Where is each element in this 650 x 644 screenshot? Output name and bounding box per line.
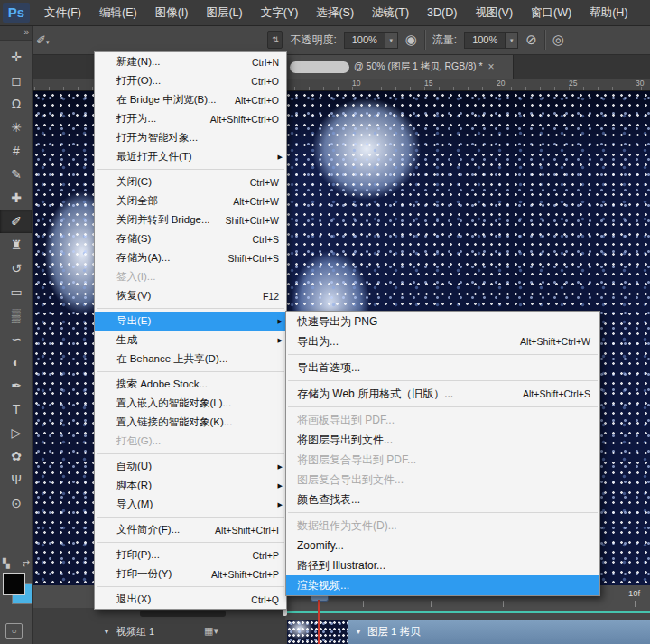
brush-preset-icon[interactable]: ✐▾ [36, 33, 49, 47]
export-submenu-item-4-1[interactable]: Zoomify... [286, 536, 599, 555]
timeline-scrollbar[interactable] [140, 611, 226, 617]
file-menu-item-5-0[interactable]: 文件简介(F)...Alt+Shift+Ctrl+I [95, 520, 286, 539]
file-menu-item-0-2[interactable]: 在 Bridge 中浏览(B)...Alt+Ctrl+O [95, 90, 286, 109]
file-menu-item-1-3[interactable]: 存储(S)Ctrl+S [95, 229, 286, 248]
menubar-item-10[interactable]: 窗口(W) [522, 0, 580, 25]
file-menu-item-7-0[interactable]: 退出(X)Ctrl+Q [95, 590, 286, 609]
swap-colors-icon[interactable]: ⇄ [23, 558, 30, 568]
timeline-layer-bar[interactable]: ▼ 图层 1 拷贝 [348, 620, 650, 644]
flow-field[interactable]: 100% ▾ [464, 32, 518, 49]
file-menu-item-1-2[interactable]: 关闭并转到 Bridge...Shift+Ctrl+W [95, 210, 286, 229]
file-menu-item-shortcut: Shift+Ctrl+W [216, 215, 279, 226]
file-menu-item-label: 关闭(C) [116, 175, 152, 189]
airbrush-icon[interactable]: ⊘ [525, 32, 537, 48]
export-submenu: 快速导出为 PNG导出为...Alt+Shift+Ctrl+W导出首选项...存… [285, 311, 600, 596]
file-menu-item-0-1[interactable]: 打开(O)...Ctrl+O [95, 71, 286, 90]
menubar-item-3[interactable]: 图像(I) [146, 0, 198, 25]
opacity-field[interactable]: 100% ▾ [344, 32, 398, 49]
zoom-tool-icon[interactable]: ⊙ [0, 491, 32, 515]
file-menu-item-0-3[interactable]: 打开为...Alt+Shift+Ctrl+O [95, 109, 286, 128]
video-group-row[interactable]: ▼ 视频组 1 [103, 625, 154, 639]
export-submenu-item-4-3[interactable]: 渲染视频... [286, 575, 599, 595]
smudge-tool-icon[interactable]: ∽ [0, 327, 32, 350]
file-menu-item-6-0[interactable]: 打印(P)...Ctrl+P [95, 546, 286, 565]
file-menu-item-0-0[interactable]: 新建(N)...Ctrl+N [95, 52, 286, 71]
export-submenu-item-shortcut: Alt+Shift+Ctrl+S [514, 388, 590, 399]
crop-tool-icon[interactable]: # [0, 139, 32, 163]
clone-stamp-tool-icon[interactable]: ♜ [0, 233, 32, 257]
magic-wand-tool-icon[interactable]: ✳ [0, 116, 32, 139]
custom-shape-tool-icon[interactable]: ✿ [0, 444, 32, 468]
group-expand-icon[interactable]: ▼ [103, 628, 110, 636]
export-submenu-item-label: 将图层复合导出到 PDF... [297, 453, 416, 468]
file-menu-item-2-2[interactable]: 在 Behance 上共享(D)... [95, 350, 286, 369]
export-submenu-item-label: 快速导出为 PNG [297, 314, 377, 330]
eyedropper-tool-icon[interactable]: ✎ [0, 163, 32, 186]
export-submenu-item-0-0[interactable]: 快速导出为 PNG [286, 312, 599, 331]
file-menu-item-1-0[interactable]: 关闭(C)Ctrl+W [95, 173, 286, 191]
tab-close-icon[interactable]: × [488, 61, 495, 73]
pressure-opacity-icon[interactable]: ◉ [405, 32, 417, 48]
menubar-item-7[interactable]: 滤镜(T) [363, 0, 418, 25]
pressure-size-icon[interactable]: ◎ [552, 32, 564, 48]
export-submenu-item-1-0[interactable]: 导出首选项... [286, 358, 599, 378]
file-menu-item-label: 生成 [116, 333, 137, 347]
export-submenu-item-3-4[interactable]: 颜色查找表... [286, 490, 599, 509]
menubar-item-9[interactable]: 视图(V) [466, 0, 522, 25]
pen-tool-icon[interactable]: ✒ [0, 374, 32, 397]
file-menu-item-0-5[interactable]: 最近打开文件(T)▶ [95, 147, 286, 166]
dodge-tool-icon[interactable]: ◐ [0, 350, 32, 374]
export-submenu-item-3-0: 将画板导出到 PDF... [286, 410, 599, 430]
menubar-item-11[interactable]: 帮助(H) [580, 0, 636, 25]
history-brush-tool-icon[interactable]: ↺ [0, 257, 32, 280]
healing-brush-tool-icon[interactable]: ✚ [0, 186, 32, 210]
file-menu-item-1-6[interactable]: 恢复(V)F12 [95, 286, 286, 305]
file-menu-item-2-0[interactable]: 导出(E)▶ [95, 312, 286, 331]
move-tool-icon[interactable]: ✛ [0, 45, 32, 69]
marquee-tool-icon[interactable]: ◻ [0, 69, 32, 92]
flow-dropdown-icon[interactable]: ▾ [506, 32, 518, 49]
opacity-dropdown-icon[interactable]: ▾ [385, 32, 398, 49]
file-menu-item-label: 文件简介(F)... [116, 523, 180, 537]
type-tool-icon[interactable]: T [0, 397, 32, 421]
eraser-tool-icon[interactable]: ▭ [0, 280, 32, 303]
menubar-item-1[interactable]: 文件(F) [35, 0, 90, 25]
file-menu-item-3-0[interactable]: 搜索 Adobe Stock... [95, 375, 286, 394]
foreground-color-swatch[interactable] [3, 573, 25, 595]
brush-tool-icon[interactable]: ✐ [0, 210, 32, 233]
export-submenu-item-0-1[interactable]: 导出为...Alt+Shift+Ctrl+W [286, 331, 599, 351]
film-track-icon[interactable]: ▦▾ [204, 625, 218, 637]
file-menu-item-0-4[interactable]: 打开为智能对象... [95, 128, 286, 147]
file-menu-item-6-1[interactable]: 打印一份(Y)Alt+Shift+Ctrl+P [95, 565, 286, 583]
file-menu-item-2-1[interactable]: 生成▶ [95, 331, 286, 350]
file-menu-item-3-2[interactable]: 置入链接的智能对象(K)... [95, 413, 286, 432]
path-select-tool-icon[interactable]: ▷ [0, 421, 32, 444]
default-colors-icon[interactable]: ▚ [3, 558, 10, 568]
export-submenu-item-4-2[interactable]: 路径到 Illustrator... [286, 555, 599, 575]
menubar-item-4[interactable]: 图层(L) [197, 0, 251, 25]
file-menu-item-4-2[interactable]: 导入(M)▶ [95, 495, 286, 514]
toolbar-collapse-button[interactable]: » [0, 25, 32, 41]
flow-value[interactable]: 100% [464, 32, 506, 49]
document-tab[interactable]: @ 50% (图层 1 拷贝, RGB/8) * × [284, 55, 514, 79]
timeline-tick-label: 10f [628, 588, 640, 598]
lasso-tool-icon[interactable]: Ω [0, 92, 32, 116]
submenu-arrow-icon: ▶ [278, 337, 283, 344]
file-menu-item-4-1[interactable]: 脚本(R)▶ [95, 476, 286, 495]
menubar-item-6[interactable]: 选择(S) [307, 0, 363, 25]
file-menu-item-4-0[interactable]: 自动(U)▶ [95, 457, 286, 476]
menubar-item-2[interactable]: 编辑(E) [90, 0, 146, 25]
file-menu-item-3-1[interactable]: 置入嵌入的智能对象(L)... [95, 394, 286, 413]
menubar-item-5[interactable]: 文字(Y) [252, 0, 308, 25]
opacity-value[interactable]: 100% [344, 32, 385, 49]
file-menu-item-1-1[interactable]: 关闭全部Alt+Ctrl+W [95, 191, 286, 210]
layer-expand-icon[interactable]: ▼ [355, 628, 362, 636]
menubar-item-8[interactable]: 3D(D) [418, 0, 466, 25]
brush-size-stepper[interactable]: ⇅ [267, 31, 283, 49]
file-menu-item-1-4[interactable]: 存储为(A)...Shift+Ctrl+S [95, 248, 286, 267]
export-submenu-item-2-0[interactable]: 存储为 Web 所用格式（旧版）...Alt+Shift+Ctrl+S [286, 384, 599, 404]
gradient-tool-icon[interactable]: ▒ [0, 303, 32, 327]
export-submenu-item-3-1[interactable]: 将图层导出到文件... [286, 430, 599, 450]
hand-tool-icon[interactable]: Ψ [0, 468, 32, 491]
quick-mask-icon[interactable]: ○ [5, 623, 23, 639]
